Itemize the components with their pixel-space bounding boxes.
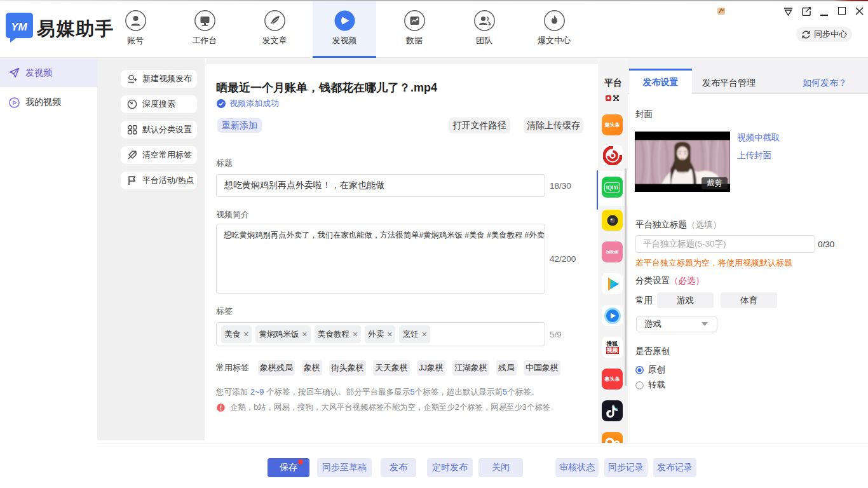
svg-text:YM: YM [11,21,27,33]
